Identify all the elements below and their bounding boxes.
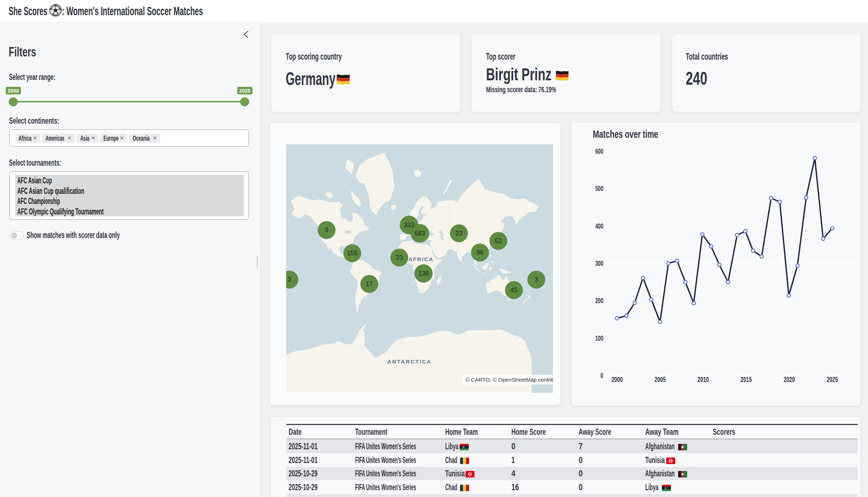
svg-text:3: 3 (288, 276, 291, 283)
svg-text:3: 3 (535, 276, 538, 283)
svg-text:45: 45 (510, 286, 517, 294)
svg-text:136: 136 (418, 270, 429, 277)
svg-text:23: 23 (455, 230, 462, 237)
svg-text:ANTARCTICA: ANTARCTICA (387, 358, 431, 365)
svg-text:155: 155 (347, 250, 357, 257)
svg-text:96: 96 (476, 249, 483, 256)
svg-text:9: 9 (325, 226, 328, 234)
svg-text:© CARTO, © OpenStreetMap contr: © CARTO, © OpenStreetMap contribu (465, 377, 553, 383)
svg-text:17: 17 (366, 280, 373, 288)
svg-text:AFRICA: AFRICA (408, 256, 433, 262)
svg-text:52: 52 (495, 237, 502, 245)
svg-text:683: 683 (414, 230, 425, 237)
svg-text:33: 33 (396, 254, 403, 261)
svg-text:333: 333 (404, 221, 414, 229)
